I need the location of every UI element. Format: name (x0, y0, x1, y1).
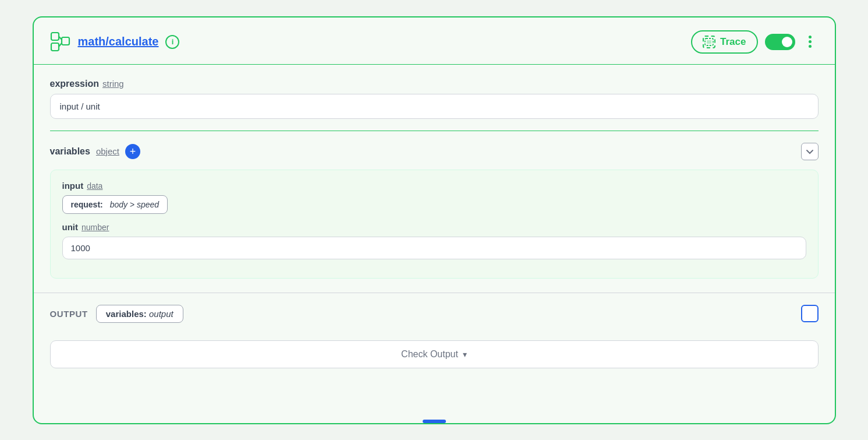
collapse-button[interactable] (801, 143, 819, 160)
trace-icon (703, 36, 715, 48)
unit-variable: unitnumber (62, 222, 806, 259)
bottom-indicator (423, 420, 446, 423)
svg-rect-0 (51, 33, 59, 40)
info-icon[interactable]: i (165, 35, 179, 49)
input-reference-pill[interactable]: request: body > speed (62, 195, 168, 214)
expression-type: string (102, 79, 124, 89)
node-icon (50, 31, 71, 52)
node-title[interactable]: math/calculate (78, 35, 159, 48)
reference-bold: request: (71, 200, 103, 209)
check-output-label: Check Output (401, 349, 458, 360)
unit-var-type: number (82, 223, 109, 232)
reference-italic: body > speed (110, 200, 159, 209)
card-body: expressionstring variables object + inpu… (34, 65, 835, 293)
input-var-label: inputdata (62, 181, 806, 191)
output-section: OUTPUT variables: output (34, 293, 835, 335)
svg-rect-6 (707, 40, 711, 44)
more-menu-button[interactable] (802, 36, 819, 48)
check-output-bar[interactable]: Check Output ▾ (50, 340, 819, 368)
input-variable: inputdata request: body > speed (62, 181, 806, 214)
output-badge-bold: variables: (106, 309, 147, 319)
main-card: math/calculate i Trace expressio (33, 16, 836, 424)
output-checkbox[interactable] (801, 305, 819, 322)
output-badge: variables: output (96, 305, 183, 323)
card-header: math/calculate i Trace (34, 17, 835, 65)
add-variable-button[interactable]: + (125, 144, 140, 159)
unit-var-label: unitnumber (62, 222, 806, 232)
output-badge-italic: output (149, 309, 173, 319)
variables-type: object (96, 146, 119, 156)
trace-button[interactable]: Trace (691, 30, 757, 54)
input-var-type: data (87, 181, 102, 191)
unit-input[interactable] (62, 237, 806, 259)
expression-input[interactable] (50, 94, 819, 119)
variables-inner: inputdata request: body > speed unitnumb… (50, 170, 819, 279)
expression-field: expressionstring (50, 79, 819, 119)
variables-header: variables object + (50, 143, 819, 160)
section-divider (50, 131, 819, 131)
expression-label: expressionstring (50, 79, 819, 89)
variables-label: variables (50, 146, 90, 157)
chevron-down-icon: ▾ (463, 350, 467, 359)
svg-rect-1 (51, 43, 59, 51)
svg-rect-2 (62, 37, 69, 45)
output-label: OUTPUT (50, 309, 88, 319)
trace-label: Trace (720, 36, 746, 48)
toggle-switch[interactable] (765, 34, 795, 50)
